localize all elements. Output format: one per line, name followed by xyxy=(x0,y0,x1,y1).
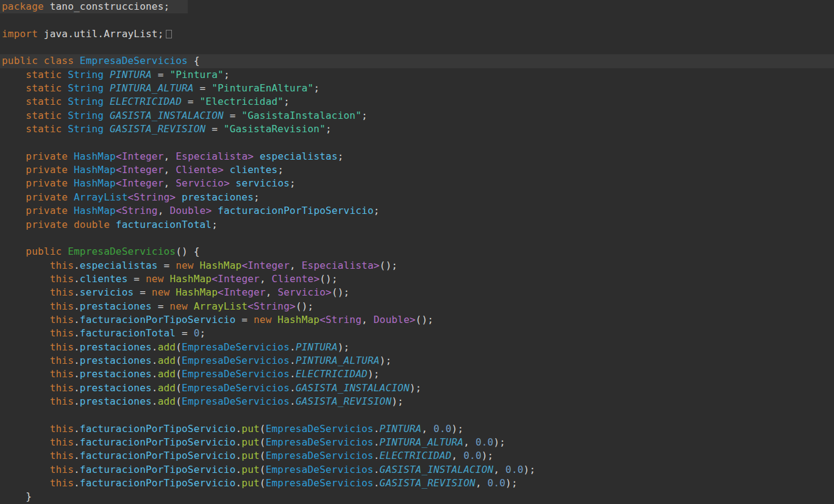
code-line[interactable]: private double facturacionTotal; xyxy=(0,218,834,232)
code-line[interactable]: this.facturacionPorTipoServicio.put(Empr… xyxy=(0,422,834,436)
code-line[interactable]: this.prestaciones.add(EmpresaDeServicios… xyxy=(0,367,834,381)
code-token-pln xyxy=(62,96,68,107)
code-token-pln: . xyxy=(236,423,242,435)
code-token-pln xyxy=(2,177,26,189)
code-token-pln: = xyxy=(134,286,152,298)
code-token-mth: put xyxy=(241,450,260,461)
code-token-pln: . xyxy=(236,436,242,448)
code-token-pln: . xyxy=(152,341,158,353)
code-token-kw: this xyxy=(50,260,74,271)
code-line[interactable]: package tano_construcciones; xyxy=(0,0,834,13)
code-editor-area[interactable]: package tano_construcciones;import java.… xyxy=(0,0,834,504)
code-line[interactable]: import java.util.ArrayList; xyxy=(0,27,834,41)
code-token-mth: put xyxy=(241,477,260,489)
code-token-typ: EmpresaDeServicios xyxy=(182,355,290,366)
code-line[interactable]: static String PINTURA = "Pintura"; xyxy=(0,68,834,82)
code-token-pln: . xyxy=(74,300,80,312)
code-token-typ: String xyxy=(68,82,104,94)
code-line[interactable]: static String PINTURA_ALTURA = "PinturaE… xyxy=(0,82,834,95)
code-token-pln: , xyxy=(362,314,374,325)
code-line[interactable]: this.facturacionPorTipoServicio.put(Empr… xyxy=(0,436,834,449)
code-line[interactable] xyxy=(0,13,834,27)
code-token-pln: . xyxy=(290,355,296,366)
code-token-pln xyxy=(74,55,80,66)
code-line[interactable] xyxy=(0,232,834,245)
code-token-pln: . xyxy=(374,464,380,475)
code-token-pln: , xyxy=(452,450,464,461)
code-token-mth: put xyxy=(241,436,260,448)
code-token-gen: <String> xyxy=(128,191,176,203)
code-token-pln: , xyxy=(463,436,476,448)
code-line[interactable]: public class EmpresaDeServicios { xyxy=(0,54,834,68)
code-token-typ: EmpresaDeServicios xyxy=(266,477,374,489)
code-line[interactable]: static String ELECTRICIDAD = "Electricid… xyxy=(0,95,834,108)
code-token-typ: String xyxy=(68,110,104,121)
code-line[interactable]: static String GASISTA_INSTALACION = "Gas… xyxy=(0,109,834,122)
code-line[interactable] xyxy=(0,41,834,54)
code-token-pln: ); xyxy=(368,368,380,380)
code-line[interactable]: this.facturacionPorTipoServicio = new Ha… xyxy=(0,313,834,327)
code-token-typ: String xyxy=(68,96,104,107)
code-token-pln xyxy=(254,151,260,162)
code-line[interactable]: public EmpresaDeServicios() { xyxy=(0,245,834,258)
code-token-pln: { xyxy=(188,55,200,66)
code-line[interactable]: this.prestaciones.add(EmpresaDeServicios… xyxy=(0,395,834,408)
code-token-pln: . xyxy=(374,477,380,489)
code-token-pln xyxy=(2,341,50,353)
code-line[interactable]: static String GASISTA_REVISION = "Gasist… xyxy=(0,122,834,136)
code-token-pln: } xyxy=(2,491,32,502)
code-line[interactable]: this.prestaciones = new ArrayList<String… xyxy=(0,300,834,313)
code-token-pln: ); xyxy=(452,423,464,435)
code-token-pln: . xyxy=(74,286,80,298)
code-token-pln: . xyxy=(74,477,80,489)
code-token-mth: HashMap xyxy=(169,273,212,285)
code-token-num: 0.0 xyxy=(488,477,506,489)
code-token-kw: static xyxy=(26,123,62,135)
code-token-fld: facturacionTotal xyxy=(80,327,176,339)
code-line[interactable]: this.clientes = new HashMap<Integer, Cli… xyxy=(0,272,834,286)
code-token-kw: public class xyxy=(2,55,74,66)
code-token-pln: . xyxy=(290,368,296,380)
code-line[interactable]: this.prestaciones.add(EmpresaDeServicios… xyxy=(0,354,834,367)
code-token-fld: facturacionTotal xyxy=(116,219,212,230)
code-line[interactable]: private HashMap<String, Double> facturac… xyxy=(0,204,834,218)
code-token-pln xyxy=(272,314,278,325)
code-line[interactable]: this.especialistas = new HashMap<Integer… xyxy=(0,259,834,272)
code-token-kw: import xyxy=(2,28,38,40)
code-line[interactable]: this.servicios = new HashMap<Integer, Se… xyxy=(0,286,834,299)
code-line[interactable]: this.facturacionPorTipoServicio.put(Empr… xyxy=(0,449,834,463)
code-line[interactable]: private HashMap<Integer, Especialista> e… xyxy=(0,150,834,163)
code-line[interactable]: this.facturacionPorTipoServicio.put(Empr… xyxy=(0,477,834,490)
code-token-gen: <Integer xyxy=(116,151,164,162)
code-line[interactable]: this.facturacionTotal = 0; xyxy=(0,327,834,340)
code-token-pln xyxy=(2,477,50,489)
code-token-ctor: EmpresaDeServicios xyxy=(68,246,176,257)
code-token-typ: EmpresaDeServicios xyxy=(266,436,374,448)
code-line[interactable]: private HashMap<Integer, Servicio> servi… xyxy=(0,177,834,190)
code-line[interactable]: private ArrayList<String> prestaciones; xyxy=(0,191,834,204)
code-token-pln: . xyxy=(74,355,80,366)
code-token-pln: , xyxy=(266,286,278,298)
code-token-kw: static xyxy=(26,96,62,107)
code-line[interactable]: this.prestaciones.add(EmpresaDeServicios… xyxy=(0,341,834,354)
code-line[interactable]: } xyxy=(0,490,834,503)
code-token-num: 0.0 xyxy=(463,450,482,461)
code-token-gen: Servicio> xyxy=(277,286,332,298)
code-line[interactable]: this.facturacionPorTipoServicio.put(Empr… xyxy=(0,463,834,477)
code-token-pln xyxy=(2,191,26,203)
code-token-gen: <Integer xyxy=(241,260,290,271)
code-token-str: "Electricidad" xyxy=(200,96,284,107)
code-token-fld: facturacionPorTipoServicio xyxy=(80,450,236,461)
code-line[interactable] xyxy=(0,408,834,422)
code-token-pln: tano_construcciones; xyxy=(44,1,170,12)
code-token-pln: = xyxy=(152,69,170,80)
code-token-gen: <Integer xyxy=(212,273,260,285)
code-line[interactable]: private HashMap<Integer, Cliente> client… xyxy=(0,163,834,177)
code-token-kw: new xyxy=(176,260,194,271)
code-token-pln xyxy=(212,205,218,216)
code-line[interactable] xyxy=(0,136,834,149)
code-token-pln: ; xyxy=(224,69,230,80)
code-line[interactable]: this.prestaciones.add(EmpresaDeServicios… xyxy=(0,382,834,395)
code-token-pln xyxy=(68,191,74,203)
code-token-mth: add xyxy=(158,341,176,353)
